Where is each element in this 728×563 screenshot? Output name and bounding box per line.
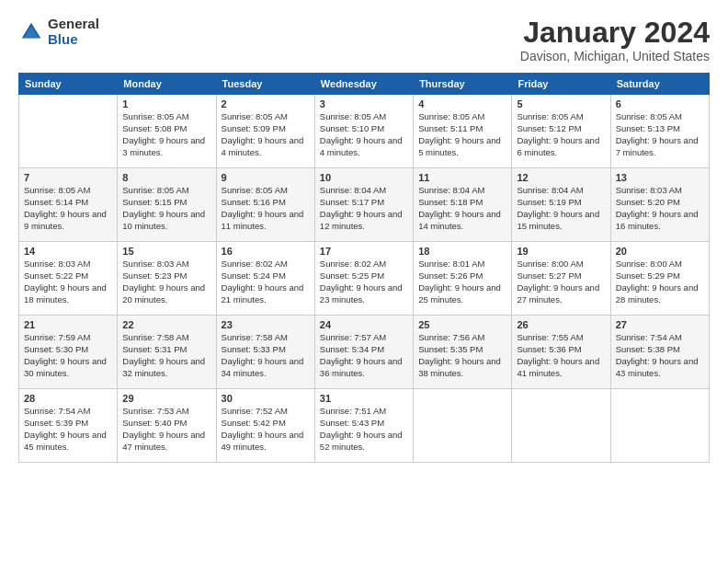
day-number: 3 <box>320 98 408 109</box>
cell-week1-day0: 7Sunrise: 8:05 AMSunset: 5:14 PMDaylight… <box>19 168 118 242</box>
cell-week2-day1: 15Sunrise: 8:03 AMSunset: 5:23 PMDayligh… <box>118 242 216 316</box>
day-number: 10 <box>320 172 408 183</box>
calendar-location: Davison, Michigan, United States <box>520 49 710 63</box>
cell-week4-day1: 29Sunrise: 7:53 AMSunset: 5:40 PMDayligh… <box>118 389 216 463</box>
cell-week4-day6 <box>610 389 709 463</box>
day-number: 8 <box>122 172 210 183</box>
day-number: 27 <box>616 319 704 330</box>
day-number: 13 <box>616 172 704 183</box>
cell-week4-day2: 30Sunrise: 7:52 AMSunset: 5:42 PMDayligh… <box>216 389 314 463</box>
cell-week3-day1: 22Sunrise: 7:58 AMSunset: 5:31 PMDayligh… <box>118 316 216 389</box>
day-info: Sunrise: 8:05 AMSunset: 5:13 PMDaylight:… <box>616 111 699 156</box>
header: General Blue January 2024 Davison, Michi… <box>18 17 710 63</box>
day-info: Sunrise: 7:51 AMSunset: 5:43 PMDaylight:… <box>320 406 403 451</box>
day-info: Sunrise: 7:58 AMSunset: 5:31 PMDaylight:… <box>122 332 205 377</box>
cell-week2-day2: 16Sunrise: 8:02 AMSunset: 5:24 PMDayligh… <box>216 242 314 316</box>
day-info: Sunrise: 7:58 AMSunset: 5:33 PMDaylight:… <box>222 332 304 377</box>
cell-week3-day3: 24Sunrise: 7:57 AMSunset: 5:34 PMDayligh… <box>314 316 413 389</box>
cell-week0-day3: 3Sunrise: 8:05 AMSunset: 5:10 PMDaylight… <box>314 95 413 168</box>
col-thursday: Thursday <box>414 74 512 95</box>
day-info: Sunrise: 8:04 AMSunset: 5:17 PMDaylight:… <box>320 185 403 230</box>
day-info: Sunrise: 8:03 AMSunset: 5:22 PMDaylight:… <box>24 259 107 304</box>
col-monday: Monday <box>118 74 216 95</box>
day-info: Sunrise: 7:55 AMSunset: 5:36 PMDaylight:… <box>517 332 599 377</box>
col-tuesday: Tuesday <box>216 74 314 95</box>
day-info: Sunrise: 8:05 AMSunset: 5:08 PMDaylight:… <box>122 111 205 156</box>
day-number: 11 <box>418 172 506 183</box>
day-info: Sunrise: 8:03 AMSunset: 5:20 PMDaylight:… <box>616 185 699 230</box>
day-number: 29 <box>122 393 210 404</box>
day-number: 9 <box>222 172 310 183</box>
day-info: Sunrise: 7:54 AMSunset: 5:38 PMDaylight:… <box>616 332 699 377</box>
day-number: 2 <box>222 98 310 109</box>
cell-week2-day4: 18Sunrise: 8:01 AMSunset: 5:26 PMDayligh… <box>414 242 512 316</box>
cell-week0-day5: 5Sunrise: 8:05 AMSunset: 5:12 PMDaylight… <box>512 95 610 168</box>
page: General Blue January 2024 Davison, Michi… <box>0 0 728 563</box>
cell-week2-day3: 17Sunrise: 8:02 AMSunset: 5:25 PMDayligh… <box>314 242 413 316</box>
cell-week2-day5: 19Sunrise: 8:00 AMSunset: 5:27 PMDayligh… <box>512 242 610 316</box>
calendar-header: Sunday Monday Tuesday Wednesday Thursday… <box>19 74 710 95</box>
day-number: 24 <box>320 319 408 330</box>
day-number: 7 <box>24 172 112 183</box>
logo-general-text: General <box>48 17 99 32</box>
day-info: Sunrise: 8:05 AMSunset: 5:16 PMDaylight:… <box>222 185 304 230</box>
day-info: Sunrise: 8:03 AMSunset: 5:23 PMDaylight:… <box>122 259 205 304</box>
day-info: Sunrise: 8:02 AMSunset: 5:25 PMDaylight:… <box>320 259 403 304</box>
day-info: Sunrise: 7:54 AMSunset: 5:39 PMDaylight:… <box>24 406 107 451</box>
calendar-body: 1Sunrise: 8:05 AMSunset: 5:08 PMDaylight… <box>19 95 710 463</box>
day-info: Sunrise: 8:04 AMSunset: 5:18 PMDaylight:… <box>418 185 501 230</box>
logo: General Blue <box>18 17 99 47</box>
day-number: 19 <box>517 246 605 257</box>
day-info: Sunrise: 7:57 AMSunset: 5:34 PMDaylight:… <box>320 332 403 377</box>
day-number: 22 <box>122 319 210 330</box>
cell-week4-day0: 28Sunrise: 7:54 AMSunset: 5:39 PMDayligh… <box>19 389 118 463</box>
day-number: 16 <box>222 246 310 257</box>
col-sunday: Sunday <box>19 74 118 95</box>
cell-week0-day4: 4Sunrise: 8:05 AMSunset: 5:11 PMDaylight… <box>414 95 512 168</box>
cell-week2-day0: 14Sunrise: 8:03 AMSunset: 5:22 PMDayligh… <box>19 242 118 316</box>
day-info: Sunrise: 8:00 AMSunset: 5:29 PMDaylight:… <box>616 259 699 304</box>
logo-text: General Blue <box>48 17 99 47</box>
cell-week4-day3: 31Sunrise: 7:51 AMSunset: 5:43 PMDayligh… <box>314 389 413 463</box>
cell-week2-day6: 20Sunrise: 8:00 AMSunset: 5:29 PMDayligh… <box>610 242 709 316</box>
day-info: Sunrise: 8:05 AMSunset: 5:15 PMDaylight:… <box>122 185 205 230</box>
day-number: 1 <box>122 98 210 109</box>
day-info: Sunrise: 8:01 AMSunset: 5:26 PMDaylight:… <box>418 259 501 304</box>
day-number: 26 <box>517 319 605 330</box>
cell-week3-day6: 27Sunrise: 7:54 AMSunset: 5:38 PMDayligh… <box>610 316 709 389</box>
cell-week3-day0: 21Sunrise: 7:59 AMSunset: 5:30 PMDayligh… <box>19 316 118 389</box>
day-number: 28 <box>24 393 112 404</box>
day-info: Sunrise: 7:52 AMSunset: 5:42 PMDaylight:… <box>222 406 304 451</box>
title-block: January 2024 Davison, Michigan, United S… <box>520 17 710 63</box>
col-saturday: Saturday <box>610 74 709 95</box>
day-info: Sunrise: 7:59 AMSunset: 5:30 PMDaylight:… <box>24 332 107 377</box>
day-info: Sunrise: 8:05 AMSunset: 5:11 PMDaylight:… <box>418 111 501 156</box>
cell-week0-day0 <box>19 95 118 168</box>
day-info: Sunrise: 8:05 AMSunset: 5:09 PMDaylight:… <box>222 111 304 156</box>
week-row-4: 28Sunrise: 7:54 AMSunset: 5:39 PMDayligh… <box>19 389 710 463</box>
day-number: 4 <box>418 98 506 109</box>
cell-week0-day1: 1Sunrise: 8:05 AMSunset: 5:08 PMDaylight… <box>118 95 216 168</box>
logo-blue-text: Blue <box>48 32 99 48</box>
day-number: 18 <box>418 246 506 257</box>
day-info: Sunrise: 8:05 AMSunset: 5:14 PMDaylight:… <box>24 185 107 230</box>
week-row-1: 7Sunrise: 8:05 AMSunset: 5:14 PMDaylight… <box>19 168 710 242</box>
day-number: 31 <box>320 393 408 404</box>
cell-week1-day5: 12Sunrise: 8:04 AMSunset: 5:19 PMDayligh… <box>512 168 610 242</box>
calendar-table: Sunday Monday Tuesday Wednesday Thursday… <box>18 73 710 463</box>
day-number: 30 <box>222 393 310 404</box>
day-info: Sunrise: 7:56 AMSunset: 5:35 PMDaylight:… <box>418 332 501 377</box>
logo-icon <box>18 19 44 45</box>
day-number: 15 <box>122 246 210 257</box>
col-wednesday: Wednesday <box>314 74 413 95</box>
cell-week0-day6: 6Sunrise: 8:05 AMSunset: 5:13 PMDaylight… <box>610 95 709 168</box>
day-number: 20 <box>616 246 704 257</box>
week-row-2: 14Sunrise: 8:03 AMSunset: 5:22 PMDayligh… <box>19 242 710 316</box>
cell-week4-day4 <box>414 389 512 463</box>
day-number: 25 <box>418 319 506 330</box>
cell-week0-day2: 2Sunrise: 8:05 AMSunset: 5:09 PMDaylight… <box>216 95 314 168</box>
cell-week3-day5: 26Sunrise: 7:55 AMSunset: 5:36 PMDayligh… <box>512 316 610 389</box>
cell-week1-day3: 10Sunrise: 8:04 AMSunset: 5:17 PMDayligh… <box>314 168 413 242</box>
week-row-0: 1Sunrise: 8:05 AMSunset: 5:08 PMDaylight… <box>19 95 710 168</box>
day-info: Sunrise: 7:53 AMSunset: 5:40 PMDaylight:… <box>122 406 205 451</box>
